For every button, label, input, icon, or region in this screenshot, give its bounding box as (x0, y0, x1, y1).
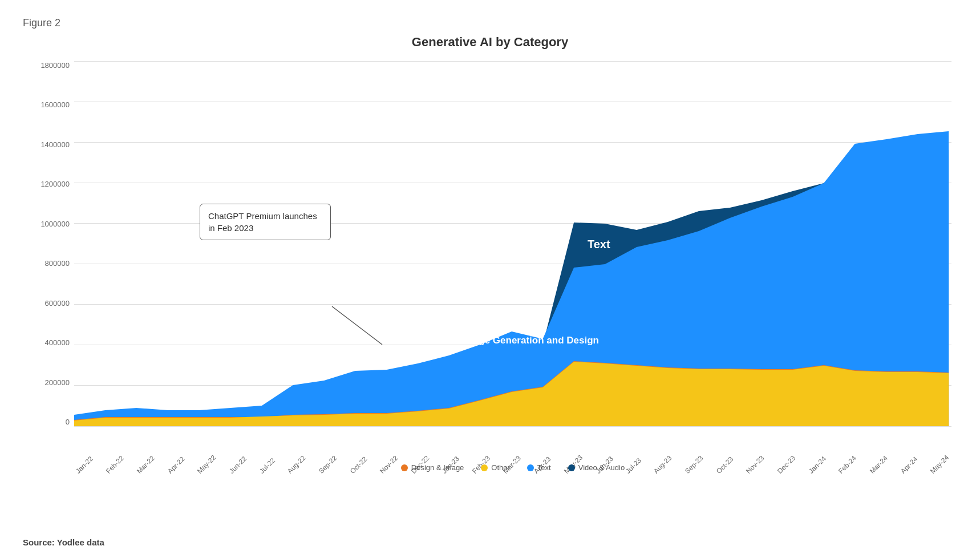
source-text: Source: Yodlee data (23, 537, 104, 547)
y-label-800000: 800000 (45, 259, 70, 268)
legend-dot-video (568, 464, 575, 471)
legend-dot-other (481, 464, 488, 471)
y-axis: 1800000 1600000 1400000 1200000 1000000 … (23, 61, 74, 426)
annotation-text: ChatGPT Premium launches in Feb 2023 (208, 211, 317, 233)
image-label: Image Generation and Design (462, 335, 599, 346)
legend-text: Text (527, 463, 551, 472)
text-label: Text (588, 238, 610, 251)
video-label: Video (542, 169, 570, 181)
legend-dot-text (527, 464, 534, 471)
legend-label-video: Video & Audio (578, 463, 625, 472)
legend-label-design: Design & Image (411, 463, 464, 472)
chart-area: Text Video Image Generation and Design C… (74, 61, 951, 426)
y-label-600000: 600000 (45, 299, 70, 308)
legend-video-audio: Video & Audio (568, 463, 625, 472)
y-label-1800000: 1800000 (41, 61, 70, 70)
figure-label: Figure 2 (23, 17, 957, 29)
y-label-0: 0 (66, 418, 70, 426)
legend-other: Other (481, 463, 510, 472)
y-label-1000000: 1000000 (41, 220, 70, 228)
legend-dot-design (401, 464, 408, 471)
legend-design-image: Design & Image (401, 463, 464, 472)
chart-legend: Design & Image Other Text Video & Audio (74, 463, 951, 472)
y-label-1600000: 1600000 (41, 100, 70, 109)
legend-label-text: Text (537, 463, 551, 472)
y-label-1200000: 1200000 (41, 180, 70, 188)
y-label-1400000: 1400000 (41, 140, 70, 149)
chart-wrapper: 1800000 1600000 1400000 1200000 1000000 … (23, 61, 957, 472)
chart-title: Generative AI by Category (23, 35, 957, 50)
y-label-400000: 400000 (45, 338, 70, 347)
y-label-200000: 200000 (45, 378, 70, 387)
legend-label-other: Other (491, 463, 510, 472)
annotation-box: ChatGPT Premium launches in Feb 2023 (200, 204, 331, 240)
